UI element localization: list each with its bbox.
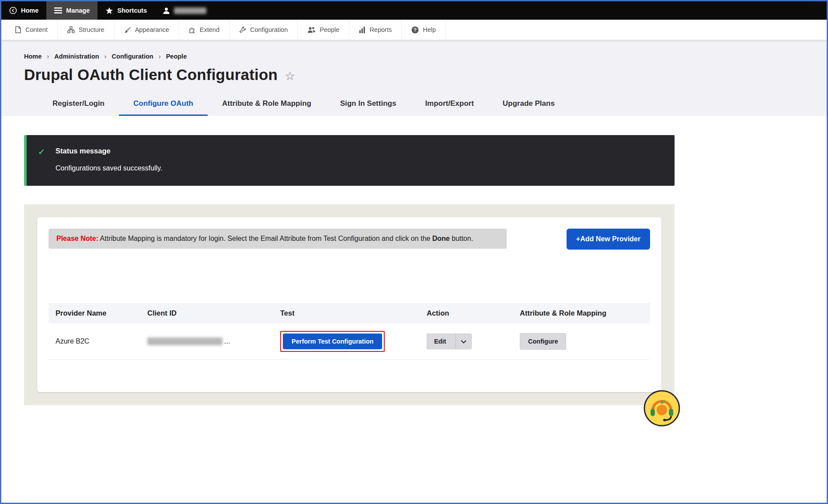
toolbar-item-label: Content — [25, 26, 48, 33]
breadcrumb: Home › Administration › Configuration › … — [24, 52, 827, 60]
admin-bar-shortcuts[interactable]: Shortcuts — [97, 1, 155, 20]
tab-configure-oauth[interactable]: Configure OAuth — [119, 95, 208, 116]
page-header-section: Home › Administration › Configuration › … — [1, 40, 827, 116]
col-header-client-id: Client ID — [140, 303, 273, 323]
admin-bar-shortcuts-label: Shortcuts — [117, 7, 147, 14]
toolbar-item-people[interactable]: People — [298, 20, 349, 40]
edit-dropdown-toggle[interactable] — [456, 334, 471, 349]
status-zone: ✓ Status message Configurations saved su… — [1, 116, 827, 186]
admin-bar-home[interactable]: Home — [1, 1, 46, 20]
toolbar-item-label: Appearance — [135, 26, 169, 33]
table-header-row: Provider Name Client ID Test Action Attr… — [49, 303, 650, 323]
breadcrumb-configuration[interactable]: Configuration — [112, 53, 153, 60]
toolbar-item-content[interactable]: Content — [5, 20, 58, 40]
breadcrumb-separator: › — [159, 52, 161, 60]
admin-bar-manage-label: Manage — [66, 7, 90, 14]
tab-upgrade-plans[interactable]: Upgrade Plans — [488, 95, 569, 116]
structure-icon — [67, 26, 75, 33]
breadcrumb-separator: › — [47, 52, 49, 60]
favorite-star-icon[interactable]: ☆ — [285, 69, 295, 83]
breadcrumb-administration[interactable]: Administration — [54, 53, 99, 60]
toolbar-item-configuration[interactable]: Configuration — [230, 20, 298, 40]
note-suffix: button. — [450, 235, 473, 242]
configuration-icon — [239, 26, 246, 33]
provider-name-cell: Azure B2C — [49, 337, 140, 345]
toolbar-item-appearance[interactable]: Appearance — [115, 20, 179, 40]
page-title: Drupal OAuth Client Configuration — [24, 66, 278, 83]
breadcrumb-people[interactable]: People — [166, 53, 187, 60]
content-region: Please Note: Attribute Mapping is mandat… — [24, 204, 675, 405]
edit-button[interactable]: Edit — [427, 334, 456, 349]
note-bar: Please Note: Attribute Mapping is mandat… — [49, 229, 507, 249]
mapping-cell: Configure — [513, 333, 650, 350]
status-body: Configurations saved successfully. — [56, 164, 660, 172]
note-text: Attribute Mapping is mandatory for login… — [98, 235, 432, 242]
hamburger-icon — [54, 7, 62, 14]
appearance-icon — [124, 26, 131, 33]
redacted-client-id — [147, 337, 223, 345]
admin-bar-manage[interactable]: Manage — [46, 1, 97, 20]
provider-table: Provider Name Client ID Test Action Attr… — [49, 303, 650, 360]
browser-viewport: Home Manage Shortcuts — [0, 0, 828, 504]
note-bold: Done — [432, 235, 450, 242]
breadcrumb-separator: › — [104, 52, 107, 60]
toolbar-item-label: Configuration — [250, 26, 288, 33]
red-highlight-box: Perform Test Configuration — [280, 331, 385, 352]
status-message: ✓ Status message Configurations saved su… — [24, 135, 675, 186]
admin-bar: Home Manage Shortcuts — [1, 1, 827, 20]
status-title: Status message — [56, 147, 660, 157]
svg-text:?: ? — [414, 27, 417, 32]
tab-import-export[interactable]: Import/Export — [411, 95, 488, 116]
action-cell: Edit — [420, 334, 513, 349]
test-cell: Perform Test Configuration — [273, 331, 420, 352]
perform-test-configuration-button[interactable]: Perform Test Configuration — [283, 334, 382, 349]
admin-bar-user-menu[interactable] — [155, 1, 214, 20]
star-icon — [105, 7, 113, 14]
edit-split-button: Edit — [427, 334, 472, 349]
note-prefix: Please Note: — [56, 235, 98, 242]
people-icon — [307, 26, 316, 33]
col-header-test: Test — [273, 303, 420, 323]
check-icon: ✓ — [38, 147, 56, 157]
back-to-site-icon — [9, 7, 17, 14]
redacted-username — [174, 7, 206, 14]
client-id-ellipsis: ... — [224, 337, 230, 345]
admin-bar-home-label: Home — [21, 7, 38, 14]
toolbar-item-label: Reports — [369, 26, 392, 33]
toolbar-item-help[interactable]: ? Help — [402, 20, 446, 40]
admin-toolbar: Content Structure Appearance — [1, 20, 827, 40]
client-id-cell: ... — [140, 337, 273, 345]
toolbar-item-reports[interactable]: Reports — [349, 20, 402, 40]
tab-sign-in-settings[interactable]: Sign In Settings — [326, 95, 411, 116]
toolbar-item-label: People — [320, 26, 339, 33]
help-icon: ? — [411, 26, 419, 34]
tab-attribute-role-mapping[interactable]: Attribute & Role Mapping — [208, 95, 326, 116]
col-header-attribute-role-mapping: Attribute & Role Mapping — [513, 303, 650, 323]
provider-card: Please Note: Attribute Mapping is mandat… — [37, 217, 661, 392]
table-row: Azure B2C ... Perform Test Configuration… — [49, 323, 650, 360]
tab-register-login[interactable]: Register/Login — [38, 95, 119, 116]
reports-icon — [359, 27, 365, 33]
chevron-down-icon — [461, 338, 466, 345]
content-icon — [15, 26, 21, 33]
breadcrumb-home[interactable]: Home — [24, 53, 42, 60]
toolbar-item-label: Structure — [79, 26, 104, 33]
add-new-provider-button[interactable]: +Add New Provider — [567, 229, 650, 250]
user-icon — [163, 7, 170, 14]
col-header-action: Action — [420, 303, 513, 323]
toolbar-item-extend[interactable]: Extend — [179, 20, 230, 40]
toolbar-item-label: Help — [423, 26, 436, 33]
toolbar-item-structure[interactable]: Structure — [58, 20, 115, 40]
configure-button[interactable]: Configure — [520, 333, 566, 350]
col-header-provider-name: Provider Name — [49, 303, 140, 323]
extend-icon — [189, 26, 196, 33]
toolbar-item-label: Extend — [200, 26, 219, 33]
support-chat-icon[interactable] — [643, 389, 681, 427]
tab-bar: Register/Login Configure OAuth Attribute… — [38, 95, 827, 116]
